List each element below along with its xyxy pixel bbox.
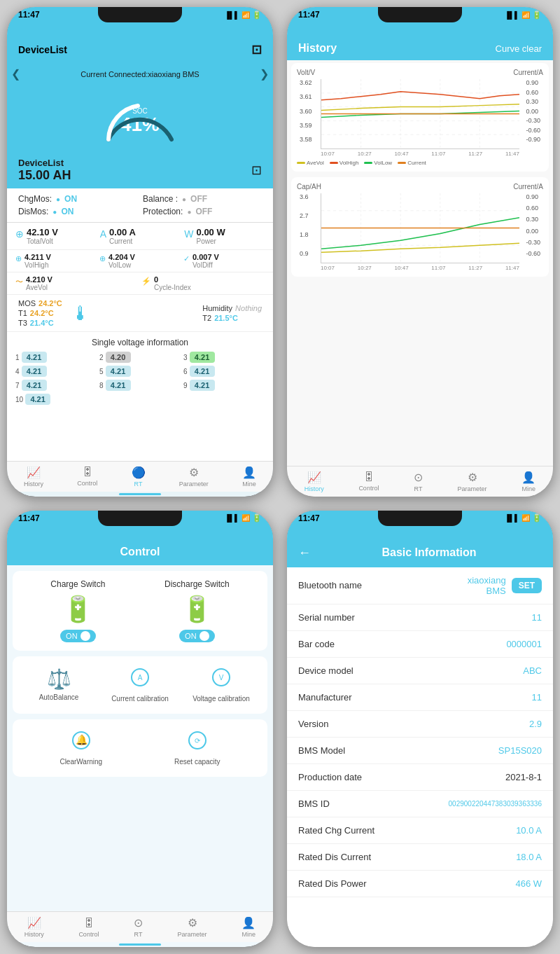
- nav-indicator-1: [119, 493, 161, 495]
- nav-rt-2[interactable]: ⊙ RT: [414, 471, 423, 492]
- connected-bar: ❮ Current Connected:xiaoxiang BMS ❯: [7, 63, 273, 85]
- nav-mine-3[interactable]: 👤 Mine: [241, 916, 255, 938]
- t3-label: T3: [18, 319, 27, 327]
- thermometer-icon: 🌡: [71, 302, 90, 325]
- balance-label: Balance :: [143, 194, 178, 204]
- control-switches: Charge Switch 🔋 ON Discharge Switch 🔋 ON: [13, 571, 267, 651]
- spacer-2: [287, 279, 553, 466]
- clear-warning-action[interactable]: 🔔 ClearWarning: [59, 731, 102, 766]
- chg-mos-row: ChgMos: ● ON: [18, 194, 137, 204]
- vol-diff-val: 0.007 V: [192, 253, 219, 261]
- chart2-y-left: 3.6 2.7 1.8 0.9: [300, 193, 309, 257]
- nav-history-2[interactable]: 📈 History: [304, 471, 324, 492]
- t2-label: T2: [202, 314, 211, 322]
- manufacturer-label: Manufacturer: [298, 692, 352, 703]
- cycle-val: 0: [154, 275, 191, 284]
- device-list-header: DeviceList ⊡: [7, 22, 273, 63]
- nav-history-label-1: History: [24, 481, 43, 488]
- bms-id-label: BMS ID: [298, 799, 330, 809]
- dis-mos-label: DisMos:: [18, 207, 48, 216]
- rt-icon: 🔵: [132, 466, 146, 479]
- t3-val: 21.4°C: [30, 319, 54, 327]
- device-list-title: DeviceList: [18, 44, 67, 55]
- voltage-calibration-action[interactable]: V Voltage calibration: [186, 668, 256, 703]
- basic-info-title: Basic Information: [316, 546, 542, 559]
- dis-mos-val: ON: [61, 207, 74, 216]
- barcode-row: Bar code 0000001: [287, 631, 553, 658]
- rated-chg-current-label: Rated Chg Current: [298, 825, 374, 836]
- next-arrow[interactable]: ❯: [255, 66, 273, 82]
- power-label: Power: [197, 237, 225, 245]
- protection-val: OFF: [195, 207, 212, 216]
- device-info-section: DeviceList 15.00 AH ⊡: [7, 155, 273, 188]
- cell-4: 4 4.21: [15, 366, 97, 377]
- chart1-y-right: 0.90 0.60 0.30 0.00 -0.30 -0.60 -0.90: [526, 79, 540, 143]
- set-button[interactable]: SET: [512, 578, 542, 593]
- auto-balance-action[interactable]: ⚖️ AutoBalance: [24, 668, 94, 703]
- nav-history-3[interactable]: 📈 History: [24, 916, 44, 938]
- device-name: DeviceList: [18, 158, 71, 168]
- rated-chg-current-row: Rated Chg Current 10.0 A: [287, 817, 553, 844]
- nav-control-2[interactable]: 🎛 Control: [358, 471, 379, 492]
- rated-dis-power-value: 466 W: [515, 878, 542, 889]
- nav-rt-1[interactable]: 🔵 RT: [132, 466, 146, 488]
- ave-vol-label: AveVol: [26, 284, 52, 291]
- manufacturer-value: 11: [532, 692, 542, 703]
- version-value: 2.9: [529, 719, 542, 729]
- vol-diff-label: VolDiff: [192, 261, 219, 269]
- cell-9: 9 4.21: [183, 380, 265, 391]
- nav-mine-1[interactable]: 👤 Mine: [242, 466, 256, 488]
- metrics-grid-1: ⊕ 42.10 V TotalVolt A 0.00 A Current W 0…: [7, 223, 273, 250]
- dis-mos-row: DisMos: ● ON: [18, 207, 137, 216]
- nav-history-1[interactable]: 📈 History: [24, 466, 43, 488]
- nav-control-1[interactable]: 🎛 Control: [77, 466, 97, 487]
- rated-dis-current-value: 18.0 A: [516, 852, 542, 862]
- nav-mine-2[interactable]: 👤 Mine: [522, 471, 536, 492]
- scan-icon[interactable]: ⊡: [251, 42, 262, 57]
- chart2-y-right: 0.90 0.60 0.30 0.00 -0.30 -0.60: [526, 193, 540, 257]
- production-date-label: Production date: [298, 772, 362, 782]
- chart1-area: [321, 79, 519, 149]
- total-volt-item: ⊕ 42.10 V TotalVolt: [15, 227, 96, 245]
- rated-dis-current-label: Rated Dis Current: [298, 852, 371, 862]
- back-arrow[interactable]: ←: [298, 546, 311, 560]
- bms-model-label: BMS Model: [298, 745, 345, 756]
- chart1-legend: AveVol VolHigh VolLow Current: [297, 160, 543, 166]
- auto-balance-label: AutoBalance: [39, 693, 79, 701]
- nav-parameter-2[interactable]: ⚙ Parameter: [458, 471, 487, 492]
- ave-vol-item: 〜 4.210 V AveVol: [15, 275, 139, 291]
- vol-low-icon: ⊕: [99, 254, 106, 263]
- phone-control: 11:47 ▐▌▌ 📶 🔋 Control Charge Switch 🔋 ON: [7, 511, 273, 948]
- nav-rt-3[interactable]: ⊙ RT: [134, 916, 143, 938]
- nav-control-3[interactable]: 🎛 Control: [78, 917, 99, 938]
- control-actions-2: 🔔 ClearWarning ⟳ Reset capacity: [13, 719, 267, 777]
- bluetooth-label: Bluetooth name: [298, 580, 362, 590]
- charge-switch-icon: 🔋: [62, 595, 94, 624]
- parameter-icon: ⚙: [189, 466, 199, 479]
- clear-warning-label: ClearWarning: [59, 758, 102, 766]
- bms-id-row: BMS ID 002900220447383039363336: [287, 791, 553, 817]
- notch-2: [378, 7, 462, 22]
- current-calibration-action[interactable]: A Current calibration: [105, 668, 175, 703]
- current-calibration-label: Current calibration: [111, 695, 169, 703]
- rated-dis-current-row: Rated Dis Current 18.0 A: [287, 844, 553, 871]
- discharge-toggle-label: ON: [185, 632, 197, 640]
- prev-arrow[interactable]: ❮: [7, 66, 24, 82]
- status-time-2: 11:47: [298, 10, 320, 20]
- scan-icon2[interactable]: ⊡: [251, 163, 262, 178]
- nav-parameter-1[interactable]: ⚙ Parameter: [179, 466, 209, 488]
- rt-icon-3: ⊙: [134, 916, 143, 929]
- bms-model-row: BMS Model SP15S020: [287, 738, 553, 764]
- chg-mos-label: ChgMos:: [18, 194, 52, 204]
- current-val: 0.00 A: [109, 227, 136, 237]
- nav-parameter-3[interactable]: ⚙ Parameter: [178, 916, 207, 938]
- nav-parameter-label-1: Parameter: [179, 481, 209, 488]
- curve-clear-button[interactable]: Curve clear: [496, 43, 542, 54]
- discharge-toggle-circle: [200, 631, 209, 641]
- discharge-toggle[interactable]: ON: [179, 630, 215, 642]
- discharge-switch-label: Discharge Switch: [164, 579, 230, 589]
- reset-capacity-action[interactable]: ⟳ Reset capacity: [174, 731, 220, 766]
- manufacturer-row: Manufacturer 11: [287, 684, 553, 711]
- nav-control-label-1: Control: [77, 480, 97, 487]
- charge-toggle[interactable]: ON: [60, 630, 96, 642]
